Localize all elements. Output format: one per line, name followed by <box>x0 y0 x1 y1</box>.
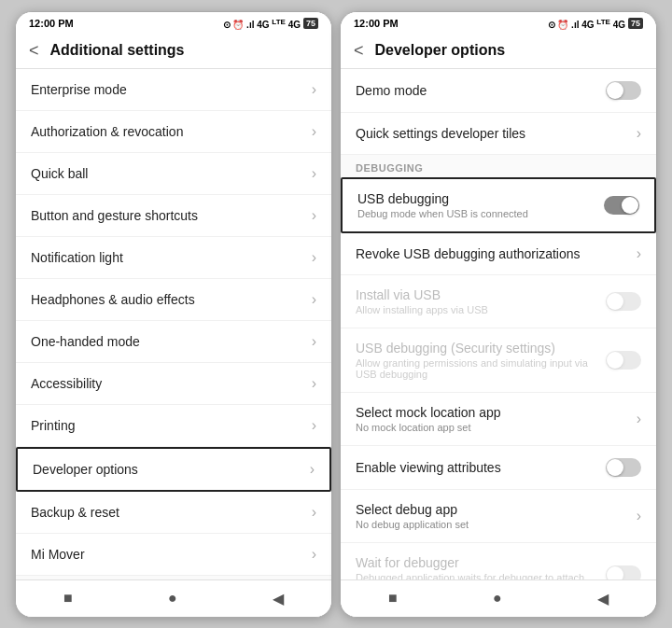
bottom-nav-1: ■ ● ◀ <box>16 579 331 617</box>
list-item[interactable]: Quick ball › <box>16 153 331 195</box>
nav-circle-2[interactable]: ● <box>493 590 502 607</box>
chevron-icon: › <box>637 245 641 262</box>
list-item[interactable]: Notification light › <box>16 237 331 279</box>
toggle-knob <box>607 293 623 310</box>
chevron-icon: › <box>312 165 316 182</box>
quick-settings-item[interactable]: Quick settings developer tiles › <box>341 113 656 155</box>
usb-security-toggle <box>606 351 641 370</box>
list-item[interactable]: One-handed mode › <box>16 321 331 363</box>
list-item[interactable]: Backup & reset › <box>16 492 331 534</box>
chevron-icon: › <box>312 123 316 140</box>
chevron-icon: › <box>312 207 316 224</box>
page-title-2: Developer options <box>375 42 506 59</box>
signal-icons-2: ⊙ ⏰ .ıl 4G LTE 4G <box>548 18 625 30</box>
list-item[interactable]: Accessibility › <box>16 363 331 405</box>
toggle-knob <box>607 459 623 476</box>
chevron-icon: › <box>312 546 316 563</box>
usb-debugging-toggle[interactable] <box>604 196 639 215</box>
list-item[interactable]: Printing › <box>16 405 331 447</box>
status-icons-1: ⊙ ⏰ .ıl 4G LTE 4G 75 <box>223 18 318 30</box>
list-item[interactable]: Mi Mover › <box>16 534 331 576</box>
battery-2: 75 <box>628 18 643 29</box>
menu-list-2: Demo mode Quick settings developer tiles… <box>341 69 656 579</box>
viewing-attributes-item[interactable]: Enable viewing attributes <box>341 446 656 490</box>
usb-security-item: USB debugging (Security settings) Allow … <box>341 328 656 393</box>
mock-location-item[interactable]: Select mock location app No mock locatio… <box>341 393 656 446</box>
chevron-icon: › <box>310 461 315 478</box>
menu-list-1: Enterprise mode › Authorization & revoca… <box>16 69 331 579</box>
chevron-icon: › <box>312 291 316 308</box>
chevron-icon: › <box>312 417 316 434</box>
page-title-1: Additional settings <box>50 42 185 59</box>
chevron-icon: › <box>637 508 641 524</box>
demo-mode-toggle[interactable] <box>606 81 641 100</box>
nav-circle-1[interactable]: ● <box>168 590 177 607</box>
top-bar-2: < Developer options <box>341 34 656 69</box>
status-icons-2: ⊙ ⏰ .ıl 4G LTE 4G 75 <box>548 18 643 30</box>
install-via-usb-item: Install via USB Allow installing apps vi… <box>341 275 656 328</box>
revoke-usb-item[interactable]: Revoke USB debugging authorizations › <box>341 233 656 275</box>
install-via-usb-toggle <box>606 292 641 311</box>
status-bar-1: 12:00 PM ⊙ ⏰ .ıl 4G LTE 4G 75 <box>16 12 331 34</box>
back-button-1[interactable]: < <box>29 41 39 61</box>
signal-icons-1: ⊙ ⏰ .ıl 4G LTE 4G <box>223 18 301 30</box>
bottom-nav-2: ■ ● ◀ <box>341 579 656 617</box>
toggle-knob <box>622 197 638 214</box>
toggle-knob <box>607 566 623 579</box>
chevron-icon: › <box>312 333 316 350</box>
nav-back-2[interactable]: ◀ <box>597 590 609 607</box>
time-1: 12:00 PM <box>29 18 74 29</box>
wait-debugger-toggle <box>606 565 641 579</box>
list-item[interactable]: Enterprise mode › <box>16 69 331 111</box>
list-item[interactable]: Button and gesture shortcuts › <box>16 195 331 237</box>
toggle-knob <box>607 352 623 369</box>
status-bar-2: 12:00 PM ⊙ ⏰ .ıl 4G LTE 4G 75 <box>341 12 656 34</box>
wait-debugger-item: Wait for debugger Debugged application w… <box>341 543 656 579</box>
chevron-icon: › <box>637 411 641 427</box>
demo-mode-item[interactable]: Demo mode <box>341 69 656 113</box>
usb-debugging-item[interactable]: USB debugging Debug mode when USB is con… <box>341 177 656 233</box>
top-bar-1: < Additional settings <box>16 34 331 69</box>
back-button-2[interactable]: < <box>354 41 364 61</box>
phone-2: 12:00 PM ⊙ ⏰ .ıl 4G LTE 4G 75 < Develope… <box>340 11 657 618</box>
debugging-section-label: DEBUGGING <box>341 155 656 177</box>
chevron-icon: › <box>637 125 641 142</box>
viewing-attributes-toggle[interactable] <box>606 458 641 477</box>
chevron-icon: › <box>312 249 316 266</box>
battery-1: 75 <box>303 18 318 29</box>
list-item[interactable]: Authorization & revocation › <box>16 111 331 153</box>
nav-back-1[interactable]: ◀ <box>273 590 284 607</box>
chevron-icon: › <box>312 81 316 98</box>
nav-square-2[interactable]: ■ <box>388 590 398 607</box>
time-2: 12:00 PM <box>354 18 399 29</box>
nav-square-1[interactable]: ■ <box>63 590 73 607</box>
phone-1: 12:00 PM ⊙ ⏰ .ıl 4G LTE 4G 75 < Addition… <box>15 11 332 618</box>
chevron-icon: › <box>312 375 316 392</box>
chevron-icon: › <box>312 504 316 521</box>
list-item[interactable]: Headphones & audio effects › <box>16 279 331 321</box>
toggle-knob <box>607 82 623 99</box>
debug-app-item[interactable]: Select debug app No debug application se… <box>341 490 656 543</box>
phones-container: 12:00 PM ⊙ ⏰ .ıl 4G LTE 4G 75 < Addition… <box>7 4 665 625</box>
developer-options-item[interactable]: Developer options › <box>16 447 331 492</box>
